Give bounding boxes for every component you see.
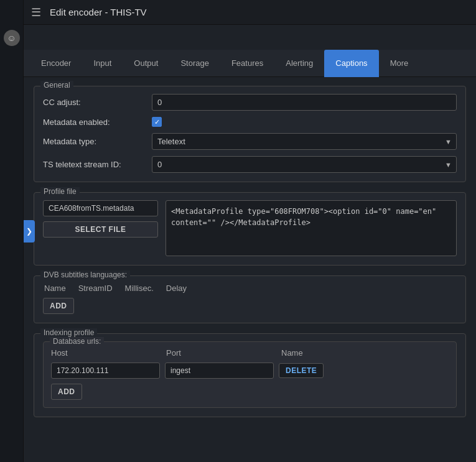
tab-alerting[interactable]: Alerting [274, 50, 324, 77]
db-host-input[interactable] [51, 363, 160, 379]
general-section: General CC adjust: Metadata enabled: ✓ M… [34, 86, 466, 182]
tab-captions[interactable]: Captions [324, 50, 378, 77]
db-port-input[interactable] [165, 363, 274, 379]
profile-file-label: Profile file [40, 187, 80, 196]
db-col-port-header: Port [166, 348, 281, 358]
tab-features[interactable]: Features [220, 50, 274, 77]
ts-teletext-row: TS teletext stream ID: 0 1 2 3 ▼ [43, 156, 457, 173]
db-cols-header: Host Port Name [51, 348, 449, 358]
metadata-type-label: Metadata type: [43, 137, 152, 146]
table-row: DELETE [51, 363, 449, 379]
db-col-name-header: Name [281, 348, 356, 358]
main-content: Encoder Input Output Storage Features Al… [24, 50, 476, 462]
metadata-type-row: Metadata type: Teletext CEA608 CEA708 ▼ [43, 133, 457, 150]
tab-encoder[interactable]: Encoder [30, 50, 82, 77]
top-bar: ☰ Edit encoder - THIS-TV [24, 0, 476, 25]
cc-adjust-input[interactable] [152, 94, 457, 111]
indexing-add-button[interactable]: ADD [51, 384, 82, 400]
profile-file-section: Profile file CEA608fromTS.metadata SELEC… [34, 192, 466, 266]
ts-teletext-label: TS teletext stream ID: [43, 160, 152, 169]
ts-teletext-select[interactable]: 0 1 2 3 [152, 156, 457, 173]
ts-teletext-select-wrap: 0 1 2 3 ▼ [152, 156, 457, 173]
dvb-header-row: Name StreamID Millisec. Delay [43, 284, 457, 293]
metadata-type-select-wrap: Teletext CEA608 CEA708 ▼ [152, 133, 457, 150]
profile-left: CEA608fromTS.metadata SELECT FILE [43, 200, 158, 238]
sidebar-collapse-arrow[interactable]: ❯ [24, 220, 35, 243]
sidebar: ☺ ❯ [0, 0, 24, 462]
db-delete-button[interactable]: DELETE [279, 363, 324, 378]
metadata-enabled-checkbox[interactable]: ✓ [152, 117, 162, 127]
profile-filename: CEA608fromTS.metadata [43, 200, 158, 216]
tab-bar: Encoder Input Output Storage Features Al… [24, 50, 476, 77]
dvb-section-label: DVB subtitles languages: [40, 270, 130, 279]
xml-content-area: <MetadataProfile type="608FROM708"><opti… [166, 200, 457, 256]
dvb-col-name: Name [44, 284, 66, 293]
page-title: Edit encoder - THIS-TV [50, 7, 147, 17]
indexing-profile-section: Indexing profile Database urls: Host Por… [34, 333, 466, 417]
dvb-subtitles-section: DVB subtitles languages: Name StreamID M… [34, 275, 466, 323]
tab-output[interactable]: Output [123, 50, 169, 77]
metadata-type-select[interactable]: Teletext CEA608 CEA708 [152, 133, 457, 150]
dvb-col-millisec: Millisec. [125, 284, 154, 293]
dvb-add-button[interactable]: ADD [43, 298, 74, 314]
cc-adjust-row: CC adjust: [43, 94, 457, 111]
cc-adjust-label: CC adjust: [43, 98, 152, 107]
indexing-profile-label: Indexing profile [40, 328, 97, 337]
select-file-button[interactable]: SELECT FILE [43, 221, 158, 238]
profile-file-inner: CEA608fromTS.metadata SELECT FILE <Metad… [43, 200, 457, 256]
tab-more[interactable]: More [379, 50, 420, 77]
menu-icon[interactable]: ☰ [31, 6, 41, 19]
dvb-col-delay: Delay [166, 284, 187, 293]
indexing-inner-box: Database urls: Host Port Name DELETE ADD [43, 341, 457, 408]
content-area: General CC adjust: Metadata enabled: ✓ M… [24, 77, 476, 462]
db-col-host-header: Host [51, 348, 166, 358]
tab-input[interactable]: Input [82, 50, 123, 77]
database-urls-label: Database urls: [50, 337, 104, 346]
dvb-col-stream-id: StreamID [78, 284, 113, 293]
tab-storage[interactable]: Storage [169, 50, 220, 77]
metadata-enabled-row: Metadata enabled: ✓ [43, 117, 457, 127]
user-icon[interactable]: ☺ [4, 30, 20, 46]
metadata-enabled-label: Metadata enabled: [43, 118, 152, 127]
general-section-label: General [40, 81, 73, 90]
